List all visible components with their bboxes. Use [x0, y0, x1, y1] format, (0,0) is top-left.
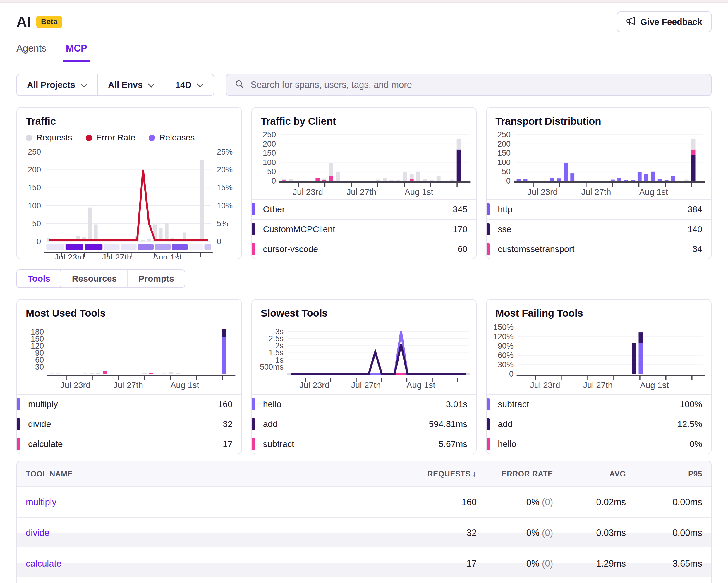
avg-cell: 0.02ms [562, 497, 635, 507]
most-used-tools-card: Most Used Tools 306090120150180Jul 23rdJ… [17, 299, 242, 454]
column-error-rate[interactable]: ERROR RATE [486, 470, 562, 479]
svg-text:150: 150 [263, 149, 276, 157]
svg-text:120%: 120% [493, 332, 514, 341]
inline-legend-label: Error Rate [96, 133, 135, 143]
svg-text:0: 0 [271, 176, 276, 185]
chevron-down-icon [148, 80, 155, 90]
legend-swatch [252, 203, 256, 216]
legend-swatch [252, 223, 256, 235]
search-input[interactable] [251, 80, 703, 90]
column-avg[interactable]: AVG [562, 470, 635, 479]
svg-text:Jul 27th: Jul 27th [346, 187, 376, 197]
legend-label: divide [28, 419, 51, 429]
legend-row[interactable]: add12.5% [487, 414, 711, 434]
inline-legend-label: Requests [36, 133, 72, 143]
table-row[interactable]: multiply1600% (0)0.02ms0.00ms [17, 486, 711, 517]
legend-list: hello3.01sadd594.81mssubtract5.67ms [252, 394, 476, 454]
svg-text:50: 50 [267, 167, 276, 176]
legend-row[interactable]: hello0% [487, 434, 711, 454]
subtab-tools[interactable]: Tools [17, 269, 61, 288]
legend-swatch [17, 438, 21, 450]
svg-text:0: 0 [36, 237, 41, 246]
search-icon [235, 79, 244, 91]
legend-row[interactable]: cursor-vscode60 [252, 239, 476, 259]
legend-row[interactable]: subtract5.67ms [252, 434, 476, 454]
traffic-chart[interactable]: 05010015020025005%10%15%20%25%Jul 23rdJu… [21, 147, 238, 259]
requests-cell: 32 [364, 528, 486, 538]
svg-text:30%: 30% [498, 360, 514, 369]
legend-row[interactable]: hello3.01s [252, 394, 476, 414]
mcp-subtabs: Tools Resources Prompts [17, 269, 185, 288]
inline-legend-item[interactable]: Requests [26, 133, 72, 143]
legend-value: 0% [690, 439, 702, 449]
table-row[interactable]: divide320% (0)0.03ms0.00ms [17, 517, 711, 548]
avg-cell: 0.03ms [562, 528, 635, 538]
requests-cell: 160 [364, 497, 486, 507]
error-count: (0) [542, 558, 553, 569]
projects-filter-label: All Projects [27, 80, 75, 90]
inline-legend-item[interactable]: Releases [149, 133, 194, 143]
table-row[interactable]: calculate170% (0)1.29ms3.65ms [17, 548, 711, 579]
svg-text:Jul 27th: Jul 27th [113, 380, 143, 390]
give-feedback-button[interactable]: Give Feedback [617, 11, 711, 32]
svg-text:Jul 23rd: Jul 23rd [54, 253, 84, 259]
legend-value: 60 [458, 244, 467, 254]
legend-row[interactable]: multiply160 [17, 394, 241, 414]
envs-filter-dropdown[interactable]: All Envs [98, 74, 165, 95]
chart-title: Traffic [17, 115, 241, 127]
legend-row[interactable]: subtract100% [487, 394, 711, 414]
date-range-dropdown[interactable]: 14D [165, 74, 214, 95]
projects-filter-dropdown[interactable]: All Projects [17, 74, 98, 95]
legend-row[interactable]: add594.81ms [252, 414, 476, 434]
chart-title: Traffic by Client [252, 115, 476, 127]
svg-text:Jul 23rd: Jul 23rd [293, 187, 323, 197]
svg-text:20%: 20% [217, 166, 233, 174]
legend-row[interactable]: divide32 [17, 414, 241, 434]
column-tool-name[interactable]: TOOL NAME [17, 470, 364, 479]
svg-text:0: 0 [509, 370, 514, 378]
tab-mcp[interactable]: MCP [66, 43, 87, 61]
slowest-tools-chart[interactable]: 500ms1s1.5s2s2.5s3sJul 23rdJul 27thAug 1… [256, 323, 473, 390]
megaphone-icon [626, 16, 635, 27]
tool-name-link[interactable]: calculate [17, 558, 364, 569]
legend-row[interactable]: http384 [487, 199, 711, 219]
svg-text:5%: 5% [217, 219, 228, 228]
legend-row[interactable]: calculate17 [17, 434, 241, 454]
svg-text:50: 50 [32, 219, 41, 228]
subtab-prompts[interactable]: Prompts [128, 270, 185, 287]
traffic-by-client-chart[interactable]: 050100150200250Jul 23rdJul 27thAug 1st [256, 130, 473, 197]
p95-cell: 3.65ms [635, 558, 711, 569]
svg-text:Jul 23rd: Jul 23rd [530, 380, 560, 390]
tool-name-link[interactable]: divide [17, 528, 364, 538]
legend-swatch [252, 418, 256, 430]
legend-list: subtract100%add12.5%hello0% [487, 394, 711, 454]
error-count: (0) [542, 497, 553, 507]
legend-value: 594.81ms [429, 419, 468, 429]
legend-row[interactable]: Other345 [252, 199, 476, 219]
legend-row[interactable]: CustomMCPClient170 [252, 219, 476, 239]
legend-row[interactable]: customssetransport34 [487, 239, 711, 259]
svg-text:250: 250 [497, 130, 511, 139]
date-range-label: 14D [175, 80, 191, 90]
most-failing-tools-chart[interactable]: 030%60%90%120%150%Jul 23rdJul 27thAug 1s… [490, 323, 707, 390]
tab-agents[interactable]: Agents [17, 43, 47, 61]
table-row[interactable]: add1612.5% (2)594.81ms3.16s [17, 579, 711, 583]
column-requests[interactable]: REQUESTS↓ [364, 469, 486, 479]
svg-text:Jul 27th: Jul 27th [581, 187, 611, 197]
svg-text:100: 100 [263, 158, 276, 167]
most-used-tools-chart[interactable]: 306090120150180Jul 23rdJul 27thAug 1st [21, 323, 238, 390]
legend-row[interactable]: sse140 [487, 219, 711, 239]
search-bar[interactable] [226, 74, 711, 96]
legend-label: CustomMCPClient [263, 224, 335, 234]
transport-distribution-chart[interactable]: 050100150200250Jul 23rdJul 27thAug 1st [490, 130, 707, 197]
table-header: TOOL NAME REQUESTS↓ ERROR RATE AVG P95 [17, 461, 711, 486]
svg-text:Jul 23rd: Jul 23rd [527, 187, 558, 197]
legend-value: 17 [223, 439, 232, 449]
tool-name-link[interactable]: multiply [17, 497, 364, 507]
legend-label: add [498, 419, 512, 429]
page-top-strip [0, 0, 728, 3]
inline-legend-item[interactable]: Error Rate [86, 133, 135, 143]
subtab-resources[interactable]: Resources [61, 270, 128, 287]
chart-title: Most Used Tools [17, 307, 241, 319]
column-p95[interactable]: P95 [635, 470, 711, 479]
